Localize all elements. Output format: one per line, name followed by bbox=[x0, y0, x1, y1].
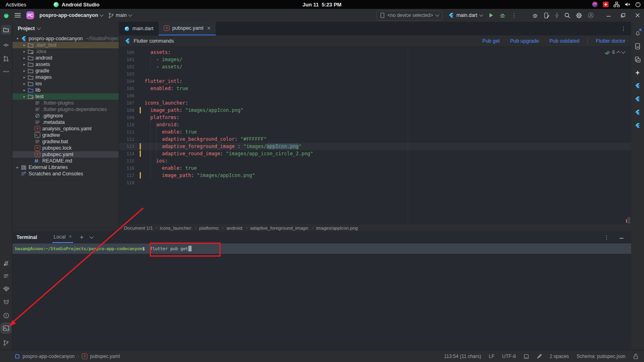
code-editor[interactable]: 100 assets:101 - images/102 - assets/103… bbox=[119, 47, 631, 224]
running-devices-icon[interactable] bbox=[633, 41, 642, 51]
code-line-104[interactable]: 104flutter_intl: bbox=[119, 78, 631, 85]
more-actions-icon[interactable]: ⋮ bbox=[511, 13, 517, 17]
tab-pubspec-yaml[interactable]: Y pubspec.yaml ✕ bbox=[159, 22, 216, 35]
maximize-button[interactable] bbox=[621, 13, 625, 18]
flutter-devtools-icon[interactable] bbox=[633, 121, 642, 130]
tree-item-README.md[interactable]: M↓README.md bbox=[12, 158, 119, 164]
profile-avatar-icon[interactable] bbox=[588, 12, 594, 19]
expand-chevron[interactable]: ▸ bbox=[15, 165, 20, 169]
tree-item-Scratches and Consoles[interactable]: Scratches and Consoles bbox=[12, 171, 119, 177]
code-line-102[interactable]: 102 - assets/ bbox=[119, 63, 631, 70]
tree-item-.gitignore[interactable]: .gitignore bbox=[12, 113, 119, 119]
tree-item-External Libraries[interactable]: ▸External Libraries bbox=[12, 164, 119, 171]
clock[interactable]: Jun 11 5:23 PM bbox=[0, 2, 644, 8]
terminal-title[interactable]: Terminal bbox=[17, 234, 37, 240]
code-line-114[interactable]: 114 adaptive_round_image: "images/app_ic… bbox=[119, 150, 631, 157]
version-control-icon[interactable] bbox=[1, 338, 11, 348]
run-button[interactable] bbox=[488, 12, 494, 18]
lock-icon[interactable] bbox=[633, 354, 638, 359]
project-selector[interactable]: pospro-app-codecanyon bbox=[39, 12, 103, 18]
terminal-options-icon[interactable]: ⋮ bbox=[604, 235, 609, 239]
flutter-performance-icon[interactable] bbox=[633, 107, 642, 117]
next-problem-icon[interactable] bbox=[621, 50, 625, 54]
close-terminal-tab-icon[interactable]: ✕ bbox=[68, 234, 72, 239]
line-separator[interactable]: LF bbox=[489, 354, 495, 359]
project-panel-header[interactable]: Project bbox=[12, 22, 119, 35]
tree-item-images[interactable]: ▸images bbox=[12, 74, 119, 80]
dart-analysis-icon[interactable] bbox=[1, 284, 11, 294]
code-line-100[interactable]: 100 assets: bbox=[119, 49, 631, 56]
code-line-105[interactable]: 105 enabled: true bbox=[119, 85, 631, 92]
code-line-106[interactable]: 106 bbox=[119, 92, 631, 99]
hide-terminal-icon[interactable] bbox=[619, 235, 624, 240]
banner-action-flutter-doctor[interactable]: Flutter doctor bbox=[596, 38, 625, 44]
expand-chevron[interactable]: ▸ bbox=[22, 75, 27, 79]
tree-item-.flutter-plugins[interactable]: .flutter-plugins bbox=[12, 100, 119, 106]
device-mirror-icon[interactable] bbox=[544, 12, 549, 19]
expand-chevron[interactable]: ▸ bbox=[22, 56, 27, 60]
power-icon[interactable] bbox=[635, 2, 641, 7]
tree-item-lib[interactable]: ▸lib bbox=[12, 87, 119, 93]
tree-item-pospro-app-codecanyon[interactable]: ▾pospro-app-codecanyon~/StudioProjects/p bbox=[12, 35, 119, 42]
volume-muted-icon[interactable] bbox=[624, 2, 631, 7]
expand-chevron[interactable]: ▸ bbox=[22, 49, 27, 53]
tab-main-dart[interactable]: main.dart bbox=[119, 22, 159, 35]
status-file[interactable]: pubspec.yaml bbox=[90, 354, 120, 359]
device-manager-icon[interactable] bbox=[633, 55, 642, 64]
error-stripe-mark[interactable] bbox=[626, 219, 627, 223]
code-line-109[interactable]: 109 platforms: bbox=[119, 114, 631, 121]
code-line-111[interactable]: 111 enable: true bbox=[119, 128, 631, 136]
code-line-115[interactable]: 115 ios: bbox=[119, 157, 631, 165]
tree-item-.dart_tool[interactable]: ▸.dart_tool bbox=[12, 42, 119, 48]
expand-chevron[interactable]: ▸ bbox=[22, 43, 27, 47]
tree-item-gradlew[interactable]: >_gradlew bbox=[12, 132, 119, 138]
code-line-117[interactable]: 117 image_path: "images/appIcon.png" bbox=[119, 172, 631, 179]
indent-setting[interactable]: 2 spaces bbox=[550, 354, 569, 359]
expand-chevron[interactable]: ▾ bbox=[15, 37, 20, 41]
expand-chevron[interactable]: ▸ bbox=[22, 62, 27, 66]
prev-problem-icon[interactable] bbox=[617, 51, 621, 55]
expand-chevron[interactable]: ▸ bbox=[22, 82, 27, 86]
project-badge[interactable]: PC bbox=[26, 11, 34, 19]
more-tool-windows-icon[interactable] bbox=[1, 67, 11, 76]
project-tool-icon[interactable] bbox=[1, 25, 11, 35]
flutter-outline-icon[interactable] bbox=[633, 81, 642, 90]
terminal-body[interactable]: hasan@Acnoo:~/StudioProjects/pospro-app-… bbox=[12, 243, 631, 254]
breadcrumb-item[interactable]: android: bbox=[227, 226, 244, 230]
status-project[interactable]: pospro-app-codecanyon bbox=[23, 354, 74, 359]
tree-item-.idea[interactable]: ▸.idea bbox=[12, 48, 119, 55]
notifications-bell-icon[interactable] bbox=[633, 28, 642, 38]
file-encoding[interactable]: UTF-8 bbox=[502, 354, 516, 359]
editor-scrollbar[interactable] bbox=[627, 217, 630, 224]
banner-action-pub-get[interactable]: Pub get bbox=[482, 38, 500, 44]
breadcrumb-item[interactable]: platforms: bbox=[199, 226, 220, 230]
screen-record-icon[interactable] bbox=[603, 1, 609, 8]
tray-app-icon[interactable] bbox=[592, 1, 598, 8]
code-line-112[interactable]: 112 adaptive_background_color: "#FFFFFF" bbox=[119, 136, 631, 143]
tree-item-.metadata[interactable]: .metadata bbox=[12, 119, 119, 125]
code-line-118[interactable]: 118 bbox=[119, 179, 631, 186]
vcs-branch-selector[interactable]: main bbox=[108, 12, 132, 19]
terminal-tool-icon[interactable] bbox=[1, 323, 11, 333]
search-everywhere-icon[interactable] bbox=[564, 12, 570, 19]
minimize-button[interactable] bbox=[606, 13, 611, 18]
tree-item-assets[interactable]: ▸assets bbox=[12, 61, 119, 68]
code-line-103[interactable]: 103 bbox=[119, 70, 631, 78]
device-selector[interactable]: <no device selected> bbox=[376, 10, 442, 21]
code-line-107[interactable]: 107icons_launcher: bbox=[119, 99, 631, 107]
network-icon[interactable] bbox=[613, 2, 620, 7]
logcat-icon[interactable] bbox=[1, 297, 11, 307]
code-line-108[interactable]: 108 image_path: "images/appIcon.png" bbox=[119, 107, 631, 114]
mute-notifications-icon[interactable] bbox=[1, 258, 11, 268]
tree-item-analysis_options.yaml[interactable]: Yanalysis_options.yaml bbox=[12, 125, 119, 132]
tree-item-gradlew.bat[interactable]: gradlew.bat bbox=[12, 138, 119, 145]
banner-action-pub-upgrade[interactable]: Pub upgrade bbox=[510, 38, 539, 44]
pencil-crossed-icon[interactable] bbox=[537, 354, 542, 359]
tree-item-gradle[interactable]: ▸gradle bbox=[12, 68, 119, 74]
tree-item-test[interactable]: ▸test bbox=[12, 93, 119, 100]
problems-icon[interactable] bbox=[1, 311, 11, 320]
profiler-icon[interactable] bbox=[555, 12, 559, 19]
tree-item-.flutter-plugins-dependencies[interactable]: .flutter-plugins-dependencies bbox=[12, 106, 119, 113]
close-button[interactable] bbox=[635, 13, 640, 18]
inspection-widget[interactable]: 6 bbox=[605, 49, 625, 55]
